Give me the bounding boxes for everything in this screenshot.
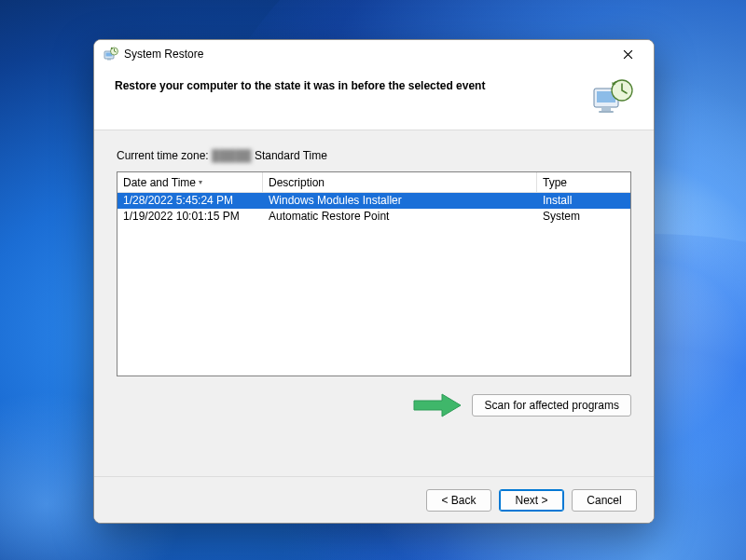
cell-type: Install	[537, 193, 630, 209]
cell-description: Automatic Restore Point	[263, 209, 537, 225]
close-button[interactable]	[609, 42, 646, 66]
system-restore-icon	[104, 47, 118, 61]
page-heading: Restore your computer to the state it wa…	[115, 77, 590, 92]
column-header-datetime[interactable]: Date and Time ▾	[117, 172, 263, 192]
scan-row: Scan for affected programs	[117, 376, 631, 419]
window-title: System Restore	[124, 48, 609, 61]
system-restore-large-icon	[590, 77, 635, 116]
system-restore-window: System Restore Restore your computer to …	[93, 39, 655, 524]
svg-rect-2	[107, 59, 111, 61]
restore-points-table: Date and Time ▾ Description Type 1/28/20…	[117, 171, 631, 376]
table-row[interactable]: 1/28/2022 5:45:24 PM Windows Modules Ins…	[117, 193, 630, 209]
sort-desc-icon: ▾	[199, 179, 202, 186]
column-label: Description	[269, 176, 325, 189]
table-header: Date and Time ▾ Description Type	[117, 172, 630, 193]
column-header-description[interactable]: Description	[263, 172, 537, 192]
cell-type: System	[537, 209, 630, 225]
svg-rect-6	[601, 107, 611, 111]
table-row[interactable]: 1/19/2022 10:01:15 PM Automatic Restore …	[117, 209, 630, 225]
cancel-button[interactable]: Cancel	[572, 489, 637, 512]
titlebar[interactable]: System Restore	[94, 40, 654, 68]
column-header-type[interactable]: Type	[537, 172, 630, 192]
timezone-suffix: Standard Time	[252, 149, 327, 162]
cell-datetime: 1/28/2022 5:45:24 PM	[117, 193, 263, 209]
svg-rect-7	[599, 111, 614, 113]
table-body: 1/28/2022 5:45:24 PM Windows Modules Ins…	[117, 193, 630, 376]
column-label: Date and Time	[123, 176, 196, 189]
back-button[interactable]: < Back	[426, 489, 491, 512]
column-label: Type	[543, 176, 567, 189]
close-icon	[623, 49, 633, 60]
wizard-footer: < Back Next > Cancel	[94, 476, 654, 523]
timezone-line: Current time zone: █████ Standard Time	[117, 149, 631, 162]
header-strip: Restore your computer to the state it wa…	[94, 68, 654, 130]
green-arrow-icon	[408, 391, 464, 419]
scan-affected-programs-button[interactable]: Scan for affected programs	[472, 394, 631, 417]
next-button[interactable]: Next >	[499, 489, 564, 512]
cell-datetime: 1/19/2022 10:01:15 PM	[117, 209, 263, 225]
body-area: Current time zone: █████ Standard Time D…	[94, 130, 654, 476]
timezone-prefix: Current time zone:	[117, 149, 212, 162]
cell-description: Windows Modules Installer	[263, 193, 537, 209]
timezone-blurred: █████	[212, 149, 252, 162]
